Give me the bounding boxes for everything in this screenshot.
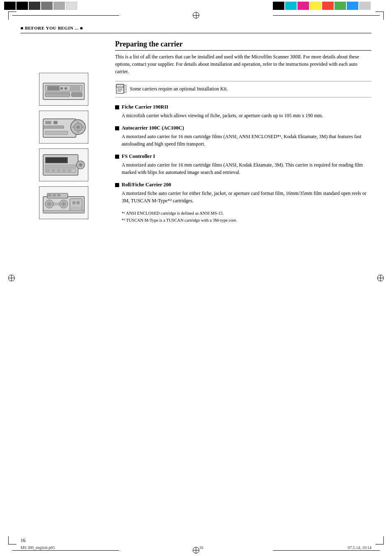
- color-blocks-left: [4, 2, 77, 10]
- color-block-r7: [347, 2, 358, 10]
- bottom-reg-line-left: [12, 550, 119, 551]
- two-col-layout: Preparing the carrier This is a list of …: [21, 40, 371, 224]
- subsection-3: FS Controller I A motorized auto carrier…: [115, 153, 371, 176]
- subsection-title-2: Autocarrier 100C (AC100C): [115, 125, 371, 131]
- color-block-r5: [322, 2, 334, 10]
- svg-point-13: [76, 125, 80, 129]
- footnotes: *¹ ANSI ENCLOSED cartridge is defined as…: [115, 210, 371, 224]
- subsection-body-4: A motorized fiche auto carrier for eithe…: [115, 190, 371, 204]
- device-image-1: [39, 73, 88, 106]
- right-col: Preparing the carrier This is a list of …: [115, 40, 371, 224]
- svg-point-42: [63, 203, 65, 205]
- bottom-reg-circle: [193, 547, 199, 554]
- svg-point-39: [48, 203, 50, 205]
- left-col: [21, 40, 107, 224]
- color-blocks-right: [273, 2, 371, 10]
- color-block-6: [66, 2, 77, 10]
- header-section: ■ BEFORE YOU BEGIN ... ■: [21, 25, 371, 33]
- notice-icon: [115, 83, 127, 95]
- bottom-reg-line-right: [273, 550, 380, 551]
- subsection-body-3: A motorized auto carrier for 16 mm cartr…: [115, 161, 371, 176]
- svg-point-46: [72, 201, 76, 204]
- svg-rect-33: [62, 169, 66, 172]
- bullet-2: [115, 126, 119, 130]
- device-image-2: [39, 111, 88, 144]
- device-svg-3: [41, 151, 86, 179]
- svg-rect-3: [71, 93, 82, 97]
- reg-line-left: [12, 15, 119, 16]
- footnote-2: *² TUSCAN M-Type is a TUSCAN cartridge w…: [122, 217, 371, 224]
- top-reg-area: [0, 12, 392, 19]
- color-block-r6: [334, 2, 346, 10]
- top-bar-left: [0, 0, 123, 12]
- corner-mark-tl: [8, 12, 16, 20]
- bullet-3: [115, 155, 119, 159]
- svg-rect-51: [57, 194, 60, 197]
- color-block-r3: [297, 2, 309, 10]
- bottom-bar: [0, 544, 392, 556]
- subsection-2: Autocarrier 100C (AC100C) A motorized au…: [115, 125, 371, 148]
- corner-mark-bl: [8, 536, 16, 544]
- subsection-heading-1: Fiche Carrier 190RII: [122, 104, 168, 110]
- corner-mark-br: [376, 536, 384, 544]
- page-number: 16: [21, 537, 25, 544]
- subsection-body-2: A motorized auto carrier for 16 mm cartr…: [115, 133, 371, 148]
- svg-rect-18: [43, 126, 64, 128]
- subsection-title-4: Roll/Fiche Carrier 200: [115, 182, 371, 188]
- footnote-1: *¹ ANSI ENCLOSED cartridge is defined as…: [122, 210, 371, 217]
- svg-rect-7: [70, 86, 80, 90]
- top-bar: [0, 0, 392, 12]
- color-block-r1: [273, 2, 284, 10]
- subsection-title-1: Fiche Carrier 190RII: [115, 104, 371, 110]
- subsection-body-1: A microfish carrier which allows viewing…: [115, 112, 371, 119]
- svg-rect-50: [53, 194, 56, 197]
- svg-rect-34: [67, 169, 71, 172]
- color-block-3: [29, 2, 40, 10]
- svg-point-47: [76, 201, 80, 204]
- color-block-2: [16, 2, 28, 10]
- device-image-4: [39, 186, 88, 219]
- svg-rect-28: [45, 165, 76, 167]
- svg-rect-30: [46, 169, 50, 172]
- svg-rect-32: [57, 169, 61, 172]
- svg-point-25: [80, 164, 81, 166]
- left-reg-mark: [8, 275, 15, 281]
- svg-rect-54: [116, 84, 124, 87]
- svg-rect-48: [71, 207, 81, 209]
- notice-text: Some carriers require an optional Instal…: [130, 83, 228, 93]
- svg-point-6: [65, 87, 67, 90]
- reg-line-right: [273, 15, 380, 16]
- svg-rect-49: [48, 194, 51, 197]
- subsection-4: Roll/Fiche Carrier 200 A motorized fiche…: [115, 182, 371, 204]
- header-text: ■ BEFORE YOU BEGIN ... ■: [21, 25, 83, 30]
- svg-rect-52: [43, 211, 84, 213]
- bullet-4: [115, 183, 119, 187]
- color-block-r8: [359, 2, 371, 10]
- page-content: ■ BEFORE YOU BEGIN ... ■: [21, 25, 371, 531]
- section-title: Preparing the carrier: [115, 40, 371, 51]
- device-svg-1: [41, 75, 86, 104]
- color-block-5: [53, 2, 65, 10]
- side-reg-circle-left: [8, 275, 15, 281]
- device-svg-2: [41, 113, 86, 141]
- subsection-heading-2: Autocarrier 100C (AC100C): [122, 125, 184, 131]
- svg-rect-31: [51, 169, 55, 172]
- svg-rect-58: [124, 85, 126, 93]
- subsection-title-3: FS Controller I: [115, 153, 371, 160]
- right-reg-mark: [377, 275, 384, 281]
- top-bar-center: [123, 0, 269, 12]
- svg-point-5: [60, 87, 63, 90]
- notice-svg-icon: [115, 83, 127, 95]
- subsection-heading-3: FS Controller I: [122, 153, 155, 160]
- notice-box: Some carriers require an optional Instal…: [115, 81, 371, 97]
- side-reg-circle-right: [377, 275, 384, 281]
- bullet-1: [115, 105, 119, 109]
- svg-rect-20: [53, 121, 58, 124]
- device-svg-4: [41, 188, 86, 217]
- svg-rect-4: [47, 86, 60, 90]
- subsection-1: Fiche Carrier 190RII A microfish carrier…: [115, 104, 371, 119]
- color-block-1: [4, 2, 16, 10]
- color-block-r2: [285, 2, 297, 10]
- color-block-r4: [310, 2, 321, 10]
- subsection-heading-4: Roll/Fiche Carrier 200: [122, 182, 171, 188]
